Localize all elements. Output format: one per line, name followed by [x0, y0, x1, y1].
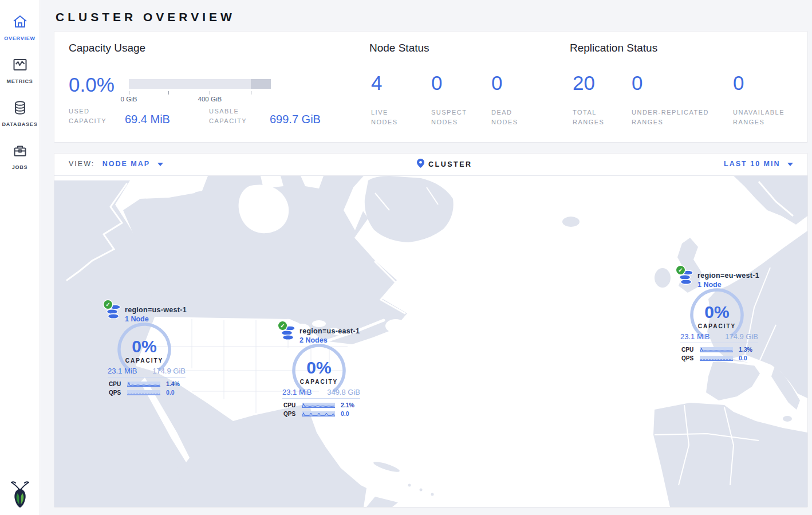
region-name: region=eu-west-1	[697, 272, 759, 280]
sidebar-item-label: METRICS	[6, 78, 33, 84]
qps-label: QPS	[283, 411, 298, 417]
jobs-icon	[11, 142, 29, 162]
sidebar-item-databases[interactable]: DATABASES	[0, 92, 40, 135]
live-nodes-label: LIVE NODES	[371, 108, 417, 127]
region-name: region=us-west-1	[125, 306, 187, 314]
qps-label: QPS	[681, 355, 696, 361]
qps-sparkline	[127, 387, 160, 398]
capacity-total: 349.8 GiB	[327, 388, 360, 396]
bar-tick	[129, 91, 129, 95]
cpu-value: 1.4%	[166, 380, 180, 387]
sidebar-item-label: OVERVIEW	[4, 36, 36, 41]
sidebar-item-label: DATABASES	[2, 121, 38, 127]
main-content: CLUSTER OVERVIEW Capacity Usage 0.0% 0 G…	[40, 0, 812, 515]
qps-sparkline	[302, 408, 335, 419]
map-toolbar: VIEW: NODE MAP CLUSTER LAST 10 MIN	[54, 154, 807, 176]
qps-sparkline	[700, 353, 733, 363]
usable-capacity-stat: USABLE CAPACITY 699.7 GiB	[209, 107, 321, 126]
capacity-usage-title: Capacity Usage	[69, 42, 145, 54]
total-ranges-label: TOTAL RANGES	[573, 108, 618, 127]
bar-tick	[210, 91, 210, 95]
page-title: CLUSTER OVERVIEW	[54, 6, 807, 32]
usable-capacity-value: 699.7 GiB	[270, 113, 321, 126]
home-icon	[11, 13, 29, 33]
qps-value: 0.0	[739, 355, 747, 361]
node-status-title: Node Status	[369, 42, 429, 54]
capacity-percent: 0%	[103, 337, 186, 356]
bar-tick	[168, 91, 169, 95]
dead-nodes-value: 0	[491, 73, 577, 93]
databases-icon	[11, 99, 29, 119]
capacity-used: 23.1 MiB	[680, 332, 709, 341]
used-capacity-label: USED CAPACITY	[69, 107, 117, 126]
sidebar: OVERVIEW METRICS DATABASES	[0, 0, 40, 515]
suspect-nodes-label: SUSPECT NODES	[431, 108, 477, 127]
metrics-icon	[11, 56, 29, 76]
bar-tick-label: 0 GiB	[121, 96, 137, 103]
region-name: region=us-east-1	[299, 327, 360, 335]
sidebar-item-metrics[interactable]: METRICS	[0, 49, 40, 92]
capacity-label: CAPACITY	[278, 379, 360, 385]
replication-status-title: Replication Status	[570, 42, 657, 54]
breadcrumb-cluster[interactable]: CLUSTER	[417, 159, 472, 170]
time-range-label: LAST 10 MIN	[724, 160, 780, 168]
used-capacity-stat: USED CAPACITY 69.4 MiB	[69, 107, 170, 126]
cpu-label: CPU	[283, 402, 298, 408]
cpu-label: CPU	[681, 347, 696, 353]
capacity-bar-segment	[251, 79, 271, 89]
cpu-value: 2.1%	[341, 402, 354, 408]
chevron-down-icon	[157, 163, 163, 166]
capacity-used: 23.1 MiB	[282, 388, 312, 396]
sidebar-item-jobs[interactable]: JOBS	[0, 135, 40, 178]
database-stack-icon: ✓	[280, 325, 296, 344]
summary-card: Capacity Usage 0.0% 0 GiB 400 GiB USED C…	[54, 32, 807, 142]
bar-tick-label: 400 GiB	[198, 96, 222, 103]
capacity-bar: 0 GiB 400 GiB	[129, 79, 271, 89]
under-replicated-label: UNDER-REPLICATED RANGES	[632, 108, 712, 127]
unavailable-ranges-label: UNAVAILABLE RANGES	[733, 108, 796, 127]
check-icon: ✓	[104, 300, 112, 309]
database-stack-icon: ✓	[678, 269, 694, 289]
unavailable-ranges-value: 0	[733, 73, 812, 93]
view-value: NODE MAP	[103, 160, 150, 168]
capacity-total: 174.9 GiB	[725, 332, 758, 341]
world-map: ✓ region=us-west-1 1 Node 0% CAPACITY 23…	[54, 176, 807, 507]
unavailable-ranges-stat: 0 UNAVAILABLE RANGES	[733, 73, 812, 127]
capacity-used-percent: 0.0%	[69, 74, 115, 95]
check-icon: ✓	[278, 321, 287, 330]
under-replicated-stat: 0 UNDER-REPLICATED RANGES	[632, 73, 718, 127]
region-card-eu-west-1[interactable]: ✓ region=eu-west-1 1 Node 0% CAPACITY 23…	[676, 268, 762, 363]
qps-value: 0.0	[341, 410, 349, 417]
cpu-value: 1.3%	[739, 346, 752, 353]
database-stack-icon: ✓	[105, 304, 121, 323]
region-card-us-east-1[interactable]: ✓ region=us-east-1 2 Nodes 0% CAPACITY 2…	[278, 324, 364, 418]
usable-capacity-label: USABLE CAPACITY	[209, 107, 262, 126]
chevron-down-icon	[787, 163, 793, 166]
capacity-label: CAPACITY	[103, 357, 186, 364]
breadcrumb-label: CLUSTER	[428, 160, 472, 168]
capacity-total: 174.9 GiB	[152, 367, 186, 375]
qps-value: 0.0	[166, 389, 175, 396]
location-pin-icon	[417, 159, 424, 170]
capacity-percent: 0%	[676, 302, 758, 322]
under-replicated-value: 0	[632, 73, 718, 93]
qps-label: QPS	[109, 390, 124, 396]
time-range-selector[interactable]: LAST 10 MIN	[724, 160, 793, 168]
cpu-label: CPU	[109, 381, 124, 387]
capacity-label: CAPACITY	[676, 323, 758, 329]
view-label: VIEW:	[69, 160, 94, 168]
cockroach-logo-icon	[9, 481, 31, 510]
sidebar-item-label: JOBS	[12, 164, 28, 170]
dead-nodes-label: DEAD NODES	[491, 108, 537, 127]
capacity-percent: 0%	[278, 358, 360, 378]
sidebar-item-overview[interactable]: OVERVIEW	[0, 6, 40, 49]
bar-tick	[251, 91, 251, 95]
node-map-card: VIEW: NODE MAP CLUSTER LAST 10 MIN	[54, 154, 807, 507]
view-selector[interactable]: VIEW: NODE MAP	[69, 160, 163, 168]
region-card-us-west-1[interactable]: ✓ region=us-west-1 1 Node 0% CAPACITY 23…	[103, 302, 189, 397]
capacity-used: 23.1 MiB	[108, 367, 137, 375]
used-capacity-value: 69.4 MiB	[125, 113, 170, 126]
dead-nodes-stat: 0 DEAD NODES	[491, 73, 577, 127]
check-icon: ✓	[676, 266, 685, 274]
